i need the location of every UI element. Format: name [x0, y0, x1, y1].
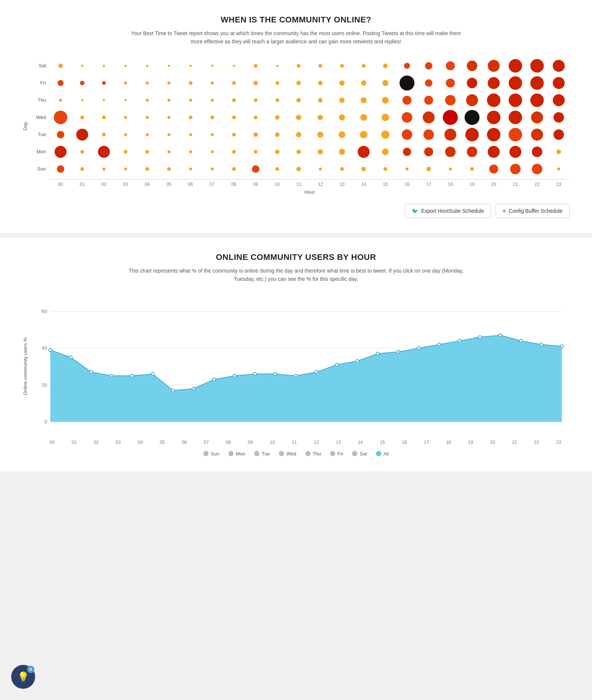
- bubble-cell[interactable]: [245, 57, 266, 74]
- bubble-cell[interactable]: [158, 74, 180, 92]
- bubble-cell[interactable]: [331, 160, 353, 178]
- bubble-cell[interactable]: [71, 143, 93, 160]
- bubble-cell[interactable]: [245, 160, 266, 178]
- bubble-cell[interactable]: [505, 143, 526, 160]
- bubble-cell[interactable]: [115, 92, 136, 109]
- bubble-cell[interactable]: [266, 92, 288, 109]
- area-data-point[interactable]: [69, 356, 72, 359]
- bubble-cell[interactable]: [505, 109, 526, 126]
- bubble-cell[interactable]: [115, 126, 136, 143]
- area-data-point[interactable]: [315, 371, 318, 374]
- bubble-cell[interactable]: [440, 92, 461, 109]
- bubble-cell[interactable]: [223, 126, 245, 143]
- bubble-cell[interactable]: [483, 143, 505, 160]
- bubble-cell[interactable]: [115, 57, 136, 74]
- bubble-cell[interactable]: [353, 126, 374, 143]
- bubble-cell[interactable]: [418, 143, 440, 160]
- legend-item-fri[interactable]: Fri: [330, 451, 343, 457]
- area-data-point[interactable]: [233, 374, 236, 377]
- bubble-cell[interactable]: [93, 160, 115, 178]
- bubble-cell[interactable]: [115, 109, 136, 126]
- area-data-point[interactable]: [356, 359, 359, 362]
- area-data-point[interactable]: [274, 372, 277, 375]
- bubble-cell[interactable]: [331, 109, 353, 126]
- bubble-cell[interactable]: [353, 74, 374, 92]
- bubble-cell[interactable]: [353, 109, 374, 126]
- area-data-point[interactable]: [397, 350, 400, 353]
- area-data-point[interactable]: [499, 334, 502, 337]
- bubble-cell[interactable]: [180, 109, 201, 126]
- bubble-cell[interactable]: [418, 74, 440, 92]
- bubble-cell[interactable]: [548, 126, 570, 143]
- bubble-cell[interactable]: [548, 74, 570, 92]
- bubble-cell[interactable]: [223, 109, 245, 126]
- area-data-point[interactable]: [130, 374, 133, 377]
- area-data-point[interactable]: [560, 345, 563, 348]
- bubble-cell[interactable]: [548, 109, 570, 126]
- bubble-cell[interactable]: [526, 109, 548, 126]
- area-data-point[interactable]: [151, 372, 154, 375]
- bubble-cell[interactable]: [483, 74, 505, 92]
- bubble-cell[interactable]: [526, 143, 548, 160]
- bubble-cell[interactable]: [50, 143, 71, 160]
- bubble-cell[interactable]: [201, 126, 223, 143]
- bubble-cell[interactable]: [396, 74, 418, 92]
- bubble-cell[interactable]: [505, 92, 526, 109]
- bubble-cell[interactable]: [418, 109, 440, 126]
- bubble-cell[interactable]: [223, 57, 245, 74]
- bubble-cell[interactable]: [288, 160, 309, 178]
- bubble-cell[interactable]: [374, 92, 396, 109]
- bubble-cell[interactable]: [245, 92, 266, 109]
- bubble-cell[interactable]: [158, 143, 180, 160]
- legend-item-thu[interactable]: Thu: [305, 451, 321, 457]
- bubble-cell[interactable]: [461, 74, 483, 92]
- bubble-cell[interactable]: [93, 143, 115, 160]
- legend-item-tue[interactable]: Tue: [254, 451, 270, 457]
- area-data-point[interactable]: [294, 374, 297, 377]
- bubble-cell[interactable]: [440, 160, 461, 178]
- bubble-cell[interactable]: [548, 160, 570, 178]
- bubble-cell[interactable]: [93, 74, 115, 92]
- bubble-cell[interactable]: [158, 109, 180, 126]
- bubble-cell[interactable]: [353, 143, 374, 160]
- bubble-cell[interactable]: [309, 126, 331, 143]
- bubble-cell[interactable]: [136, 143, 158, 160]
- bubble-cell[interactable]: [245, 74, 266, 92]
- bubble-cell[interactable]: [288, 109, 309, 126]
- bubble-cell[interactable]: [548, 92, 570, 109]
- bubble-cell[interactable]: [201, 57, 223, 74]
- bubble-cell[interactable]: [136, 92, 158, 109]
- bubble-cell[interactable]: [440, 57, 461, 74]
- bubble-cell[interactable]: [309, 143, 331, 160]
- bubble-cell[interactable]: [418, 160, 440, 178]
- bubble-cell[interactable]: [483, 57, 505, 74]
- bubble-cell[interactable]: [396, 57, 418, 74]
- bubble-cell[interactable]: [71, 92, 93, 109]
- bubble-cell[interactable]: [136, 160, 158, 178]
- legend-item-wed[interactable]: Wed: [279, 451, 296, 457]
- bubble-cell[interactable]: [180, 57, 201, 74]
- bubble-cell[interactable]: [505, 160, 526, 178]
- bubble-cell[interactable]: [288, 143, 309, 160]
- bubble-cell[interactable]: [50, 109, 71, 126]
- bubble-cell[interactable]: [396, 160, 418, 178]
- bubble-cell[interactable]: [331, 143, 353, 160]
- bubble-cell[interactable]: [158, 160, 180, 178]
- bubble-cell[interactable]: [483, 92, 505, 109]
- bubble-cell[interactable]: [180, 92, 201, 109]
- bubble-cell[interactable]: [505, 126, 526, 143]
- bubble-cell[interactable]: [309, 109, 331, 126]
- bubble-cell[interactable]: [136, 74, 158, 92]
- bubble-cell[interactable]: [483, 126, 505, 143]
- bubble-cell[interactable]: [245, 126, 266, 143]
- bubble-cell[interactable]: [136, 57, 158, 74]
- area-data-point[interactable]: [519, 339, 522, 342]
- hootsuite-export-button[interactable]: 🐦 Export HootSuite Schedule: [405, 204, 491, 218]
- bubble-cell[interactable]: [526, 160, 548, 178]
- buffer-config-button[interactable]: ≡ Config Buffer Schedule: [496, 204, 570, 218]
- bubble-cell[interactable]: [115, 74, 136, 92]
- bubble-cell[interactable]: [158, 57, 180, 74]
- bubble-cell[interactable]: [483, 160, 505, 178]
- bubble-cell[interactable]: [115, 160, 136, 178]
- bubble-cell[interactable]: [201, 160, 223, 178]
